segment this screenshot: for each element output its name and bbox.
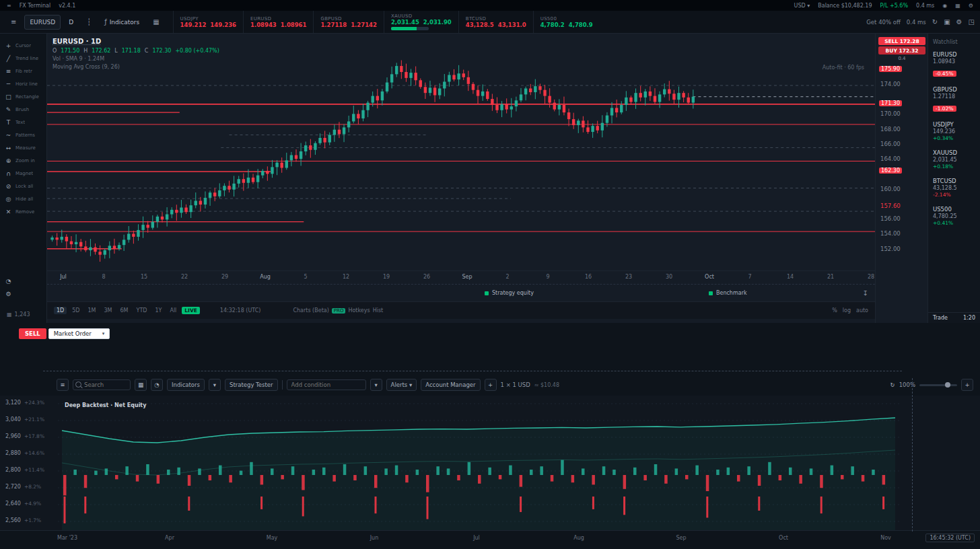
pane-menu-button[interactable]: ≡ [57, 379, 69, 391]
scale-mode-percent[interactable]: % [832, 307, 837, 314]
indicators-button-bottom[interactable]: Indicators [167, 379, 205, 391]
app-menu-icon[interactable]: ≡ [7, 3, 11, 9]
tool-measure[interactable]: ↔Measure [0, 141, 46, 154]
footer-clock[interactable]: 14:32:18 (UTC) [220, 307, 261, 314]
favorites-button[interactable]: ◔ [151, 379, 163, 391]
tool-zoom-in[interactable]: ⊕Zoom in [0, 154, 46, 167]
clock-box[interactable]: 16:45:32 (UTC) [925, 534, 975, 542]
quick-sell-button[interactable]: SELL [19, 328, 46, 339]
tool-rectangle[interactable]: □Rectangle [0, 90, 46, 103]
bottom-time-axis[interactable]: Mar '23AprMayJunJulAugSepOctNov 16:45:32… [0, 530, 980, 547]
condition-dropdown[interactable]: ▾ [370, 379, 382, 391]
quote-tile[interactable]: USDJPY149.212149.236 [173, 11, 243, 33]
topbar-item[interactable]: 0.4 ms [916, 3, 934, 9]
tool-trend-line[interactable]: ╱Trend line [0, 52, 46, 65]
scale-mode-auto[interactable]: auto [856, 307, 868, 314]
candle-body [180, 208, 182, 213]
range-all[interactable]: All [167, 307, 179, 314]
price-scale[interactable]: SELL 172.28 BUY 172.32 0.4 174.00170.001… [875, 34, 928, 323]
quote-tile[interactable]: XAUUSD2,031.452,031.90 [384, 11, 458, 33]
layout-button[interactable]: ▦ [147, 15, 164, 30]
tool-text[interactable]: TText [0, 116, 46, 129]
watchlist-item[interactable]: BTCUSD43,128.5-2.14% [933, 178, 975, 198]
alerts-icon[interactable]: ◔ [0, 274, 46, 287]
refresh-icon[interactable]: ↻ [932, 18, 938, 26]
chart-settings-icon[interactable]: ⚙ [956, 18, 963, 26]
scale-mode-log[interactable]: log [843, 307, 851, 314]
topbar-item[interactable]: Balance $10,482.19 [818, 3, 872, 9]
quote-tile[interactable]: EURUSD1.089431.08961 [243, 11, 313, 33]
pane-scale-secondary: +21.1% [24, 416, 44, 423]
hotkeys-label[interactable]: Hotkeys [348, 307, 370, 314]
tool-magnet[interactable]: ∩Magnet [0, 167, 46, 180]
chart-type-icon[interactable]: ┆ [81, 15, 96, 30]
zoom-slider[interactable] [919, 384, 957, 386]
zoom-in-button[interactable]: + [961, 379, 973, 391]
tool-lock-all[interactable]: ⊘Lock all [0, 180, 46, 192]
promo-label[interactable]: Get 40% off [866, 19, 901, 26]
watchlist-item[interactable]: USDJPY149.236+0.34% [933, 121, 975, 141]
range-1y[interactable]: 1Y [152, 307, 164, 314]
quote-tile[interactable]: BTCUSD43,128.543,131.0 [458, 11, 533, 33]
range-1d[interactable]: 1D [54, 307, 67, 314]
hist-label[interactable]: Hist [373, 307, 384, 314]
range-1m[interactable]: 1M [85, 307, 99, 314]
range-ytd[interactable]: YTD [134, 307, 150, 314]
equity-chart[interactable] [58, 396, 902, 530]
add-button[interactable]: + [485, 379, 497, 391]
preferences-icon[interactable]: ⚙ [969, 3, 973, 9]
tool-patterns[interactable]: ~Patterns [0, 129, 46, 141]
candle-body [372, 96, 374, 103]
topbar-item[interactable]: v2.4.1 [59, 3, 75, 9]
watchlist-item[interactable]: XAUUSD2,031.45+0.18% [933, 149, 975, 170]
watchlist-toggle-icon[interactable]: ≡ [5, 15, 22, 30]
notifications-icon[interactable]: ◉ [942, 3, 947, 9]
drawing-settings-icon[interactable]: ⚙ [0, 287, 46, 300]
indicators-dropdown[interactable]: ▾ [209, 379, 221, 391]
tool-cursor[interactable]: +Cursor [0, 39, 46, 52]
tool-hide-all[interactable]: ◎Hide all [0, 192, 46, 205]
tool-brush[interactable]: ✎Brush [0, 103, 46, 116]
topbar-item[interactable]: USD ▾ [794, 3, 810, 9]
alerts-button[interactable]: Alerts ▾ [386, 379, 417, 391]
zoom-slider-thumb[interactable] [945, 382, 950, 388]
range-6m[interactable]: 6M [118, 307, 131, 314]
watchlist-item[interactable]: GBPUSD1.27118-1.02% [933, 86, 975, 113]
workspace-icon[interactable]: ▦ [955, 3, 960, 9]
interval-button[interactable]: D [63, 15, 79, 30]
download-icon[interactable]: ↧ [863, 289, 868, 297]
candle-body [601, 123, 604, 131]
sell-button[interactable]: SELL 172.28 [878, 37, 925, 45]
legend-chip[interactable]: Benchmark [709, 290, 747, 296]
legend-dot [485, 291, 489, 295]
range-5d[interactable]: 5D [69, 307, 82, 314]
watchlist-item[interactable]: EURUSD1.08943-0.45% [933, 51, 975, 78]
trade-footer[interactable]: Trade 1:20 [928, 312, 980, 323]
buy-button[interactable]: BUY 172.32 [878, 46, 925, 54]
candlestick-chart[interactable] [47, 34, 875, 270]
condition-input[interactable] [287, 379, 366, 390]
tool-fib-retr[interactable]: ≡Fib retr [0, 65, 46, 77]
tool-remove[interactable]: ✕Remove [0, 205, 46, 218]
legend-chip[interactable]: Strategy equity [485, 290, 534, 296]
topbar-item-label: P/L +5.6% [880, 3, 909, 9]
order-type-select[interactable]: Market Order [48, 328, 110, 339]
watchlist-item[interactable]: US5004,780.25+0.41% [933, 206, 975, 226]
time-axis[interactable]: Jul8152229Aug5121926Sep29162330Oct714212… [47, 270, 875, 285]
reset-zoom-icon[interactable]: ↻ [890, 381, 895, 388]
fullscreen-icon[interactable]: ◳ [969, 18, 975, 26]
strategy-tester-button[interactable]: Strategy Tester [225, 379, 278, 391]
screenshot-icon[interactable]: ▣ [944, 18, 950, 26]
topbar-item[interactable]: FX Terminal [20, 3, 50, 9]
range-3m[interactable]: 3M [102, 307, 115, 314]
quote-tile[interactable]: US5004,780.24,780.9 [533, 11, 601, 33]
indicators-button[interactable]: ƒIndicators [99, 15, 145, 30]
left-price-scale[interactable]: 3,120+24.3%3,040+21.1%2,960+17.8%2,880+1… [0, 396, 58, 530]
filter-button[interactable]: ▦ [135, 379, 147, 391]
tool-horiz-line[interactable]: ─Horiz line [0, 77, 46, 90]
quote-tile[interactable]: GBPUSD1.271181.27142 [313, 11, 383, 33]
account-manager-button[interactable]: Account Manager [421, 379, 480, 391]
topbar-item[interactable]: P/L +5.6% [880, 3, 909, 9]
candle-body [582, 120, 584, 127]
symbol-search-button[interactable]: EURUSD [24, 15, 61, 30]
